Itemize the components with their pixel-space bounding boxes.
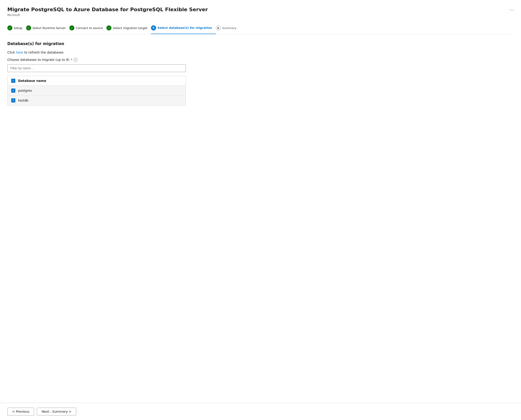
choose-label-text: Choose databases to migrate (up to 8)	[7, 58, 69, 61]
select-all-checkmark: ✓	[12, 79, 15, 82]
checkbox-postgres[interactable]: ✓	[11, 89, 15, 93]
step-summary-label: Summary	[222, 26, 237, 30]
more-options-icon[interactable]: ···	[509, 7, 514, 13]
select-all-checkbox[interactable]: ✓	[11, 79, 15, 83]
table-row: ✓ testdb	[8, 96, 186, 105]
step-source-icon: ✓	[69, 25, 74, 30]
database-table: ✓ Database name ✓ postgres ✓ testdb	[7, 76, 186, 105]
section-title: Database(s) for migration	[7, 41, 514, 46]
page-title: Migrate PostgreSQL to Azure Database for…	[7, 6, 514, 13]
wizard-steps: ✓ Setup ✓ Select Runtime Server ✓ Connec…	[7, 22, 514, 34]
step-runtime-icon: ✓	[26, 25, 31, 30]
step-target[interactable]: ✓ Select migration target	[106, 22, 151, 34]
step-setup-icon: ✓	[7, 25, 12, 30]
step-source-label: Connect to source	[76, 26, 103, 30]
checkbox-testdb[interactable]: ✓	[11, 98, 15, 103]
step-databases-label: Select database(s) for migration	[158, 26, 212, 30]
step-target-icon: ✓	[106, 25, 111, 30]
content-area: Database(s) for migration Click here to …	[7, 41, 514, 113]
step-runtime-label: Select Runtime Server	[32, 26, 66, 30]
refresh-suffix: to refresh the databases	[23, 51, 63, 54]
next-button[interactable]: Next : Summary >	[37, 408, 76, 415]
step-setup[interactable]: ✓ Setup	[7, 22, 26, 34]
step-runtime[interactable]: ✓ Select Runtime Server	[26, 22, 69, 34]
table-row: ✓ postgres	[8, 86, 186, 96]
page-subtitle: Microsoft	[7, 14, 514, 17]
filter-input[interactable]	[7, 64, 186, 72]
checkmark-testdb: ✓	[12, 99, 15, 102]
column-header-name: Database name	[18, 79, 46, 82]
table-header: ✓ Database name	[8, 76, 186, 86]
choose-label: Choose databases to migrate (up to 8) * …	[7, 58, 514, 61]
db-name-testdb: testdb	[18, 99, 28, 102]
previous-button[interactable]: < Previous	[7, 408, 34, 415]
refresh-link[interactable]: here	[16, 51, 23, 54]
step-summary[interactable]: 6 Summary	[216, 22, 240, 34]
refresh-text: Click here to refresh the databases	[7, 51, 514, 54]
refresh-prefix: Click	[7, 51, 16, 54]
step-setup-label: Setup	[14, 26, 23, 30]
step-databases-icon: 5	[151, 25, 156, 30]
footer: < Previous Next : Summary >	[0, 403, 521, 420]
step-target-label: Select migration target	[113, 26, 147, 30]
required-star: *	[71, 58, 72, 61]
db-name-postgres: postgres	[18, 89, 32, 92]
step-databases[interactable]: 5 Select database(s) for migration	[151, 22, 216, 34]
step-summary-icon: 6	[216, 25, 221, 30]
info-icon[interactable]: i	[74, 58, 77, 61]
step-source[interactable]: ✓ Connect to source	[69, 22, 106, 34]
checkmark-postgres: ✓	[12, 89, 15, 92]
